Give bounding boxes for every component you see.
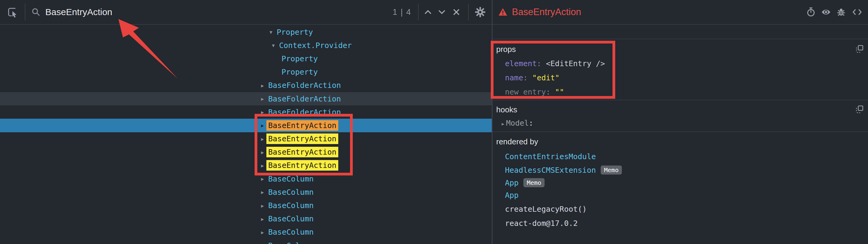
tree-row[interactable]: BaseColumn — [0, 185, 492, 199]
component-name: Context.Provider — [279, 41, 352, 50]
owner-link[interactable]: App — [505, 191, 868, 200]
hook-name: Model — [506, 119, 529, 127]
memo-badge: Memo — [523, 178, 545, 187]
search-result-count: 1 | 4 — [393, 7, 411, 17]
owner-link[interactable]: App — [505, 179, 519, 187]
search-input[interactable] — [45, 7, 393, 17]
expand-arrow-icon[interactable] — [258, 216, 267, 222]
react-dom-version: react-dom@17.0.2 — [505, 219, 868, 228]
props-section: props element: <EditEntry /> name: "edit… — [493, 39, 868, 100]
tree-row[interactable]: Property — [0, 65, 492, 79]
prop-name: element — [505, 59, 537, 68]
next-match-button[interactable] — [435, 9, 449, 15]
expand-arrow-icon[interactable] — [258, 149, 267, 155]
inspector-toolbar: BaseEntryAction — [493, 0, 868, 25]
search-icon — [27, 7, 45, 17]
prop-name: name — [505, 73, 523, 82]
search-match-current: BaseEntryAction — [267, 120, 338, 131]
hook-row[interactable]: Model: — [502, 119, 868, 127]
expand-arrow-icon[interactable] — [258, 135, 267, 142]
prop-value: "edit" — [532, 73, 559, 82]
colon: : — [529, 119, 533, 127]
owner-link[interactable]: HeadlessCMSExtension — [505, 166, 596, 175]
react-devtools-window: 1 | 4 — [0, 0, 868, 244]
tree-row[interactable]: BaseEntryAction — [0, 159, 492, 172]
prop-name: new entry — [505, 88, 546, 96]
expand-arrow-icon[interactable] — [258, 162, 267, 169]
expand-arrow-icon[interactable] — [258, 95, 267, 102]
component-name: BaseColumn — [268, 241, 314, 244]
prop-row[interactable]: new entry: "" — [505, 88, 868, 96]
expand-arrow-icon[interactable] — [258, 176, 267, 182]
tree-row[interactable]: BaseColumn — [0, 225, 492, 239]
component-name: BaseColumn — [268, 201, 314, 210]
component-name: Property — [277, 28, 313, 36]
expand-arrow-icon[interactable] — [258, 189, 267, 195]
prop-value: "" — [555, 88, 564, 96]
component-name: BaseColumn — [268, 175, 314, 183]
tree-row[interactable]: Property — [0, 52, 492, 65]
tree-row[interactable]: Context.Provider — [0, 39, 492, 52]
component-name: BaseFolderAction — [268, 108, 341, 117]
stopwatch-icon[interactable] — [803, 7, 818, 17]
toolbar-divider — [418, 4, 418, 21]
expand-arrow-icon[interactable] — [258, 229, 267, 236]
tree-row[interactable]: BaseEntryAction — [0, 132, 492, 146]
tree-row[interactable]: BaseColumn — [0, 212, 492, 225]
tree-row[interactable]: BaseEntryAction — [0, 146, 492, 159]
expand-arrow-icon[interactable] — [258, 242, 267, 244]
hooks-section: hooks Model: — [493, 100, 868, 132]
tree-row[interactable]: BaseColumn — [0, 172, 492, 185]
tree-row[interactable]: BaseColumn — [0, 199, 492, 212]
component-name: BaseColumn — [268, 228, 314, 237]
component-name: BaseFolderAction — [268, 81, 341, 90]
search-match: BaseEntryAction — [267, 160, 338, 171]
tree-row[interactable]: BaseFolderAction — [0, 105, 492, 119]
warning-triangle-icon — [498, 8, 508, 16]
collapse-arrow-icon[interactable] — [267, 29, 275, 35]
component-name: Property — [281, 54, 318, 63]
colon: : — [537, 59, 541, 68]
component-name: BaseColumn — [268, 188, 314, 196]
owner-link[interactable]: ContentEntriesModule — [505, 152, 868, 161]
component-name: BaseColumn — [268, 214, 314, 223]
bug-icon[interactable] — [834, 7, 849, 17]
copy-icon[interactable] — [855, 45, 864, 54]
view-source-icon[interactable] — [849, 8, 866, 16]
tree-row[interactable]: BaseFolderAction — [0, 92, 492, 105]
previous-match-button[interactable] — [421, 9, 435, 15]
expand-arrow-icon[interactable] — [258, 202, 267, 209]
tree-row[interactable]: BaseFolderAction — [0, 79, 492, 92]
inspector-spacer-strip — [493, 25, 868, 39]
expand-arrow-icon[interactable] — [258, 82, 267, 89]
components-tree-panel: 1 | 4 — [0, 0, 492, 244]
search-match: BaseEntryAction — [267, 133, 338, 144]
hooks-section-title: hooks — [496, 105, 868, 115]
prop-row[interactable]: name: "edit" — [505, 73, 868, 82]
expand-arrow-icon[interactable] — [258, 109, 267, 115]
clear-search-icon[interactable] — [449, 8, 464, 16]
expand-arrow-icon[interactable] — [502, 121, 504, 127]
tree-row[interactable]: BaseColumn — [0, 239, 492, 244]
collapse-arrow-icon[interactable] — [270, 42, 277, 49]
colon: : — [523, 73, 528, 82]
tree-row-selected[interactable]: BaseEntryAction — [0, 119, 492, 132]
expand-arrow-icon[interactable] — [258, 122, 267, 129]
tree-row[interactable]: Property — [0, 25, 492, 39]
eye-icon[interactable] — [818, 8, 834, 16]
props-section-title: props — [496, 45, 868, 54]
rendered-by-section: rendered by ContentEntriesModule Headles… — [493, 132, 868, 244]
colon: : — [546, 88, 550, 96]
inspected-component-title: BaseEntryAction — [512, 7, 581, 18]
copy-icon[interactable] — [855, 105, 864, 115]
inspect-element-icon[interactable] — [0, 7, 25, 18]
search-match: BaseEntryAction — [267, 147, 338, 157]
gear-icon[interactable] — [469, 7, 492, 17]
tree-toolbar: 1 | 4 — [0, 0, 492, 25]
component-name: Property — [281, 68, 318, 77]
prop-value: <EditEntry /> — [546, 59, 605, 68]
component-tree: Property Context.Provider Property Prope… — [0, 25, 492, 244]
toolbar-divider — [25, 4, 25, 21]
memo-badge: Memo — [601, 165, 622, 175]
prop-row[interactable]: element: <EditEntry /> — [505, 59, 868, 68]
